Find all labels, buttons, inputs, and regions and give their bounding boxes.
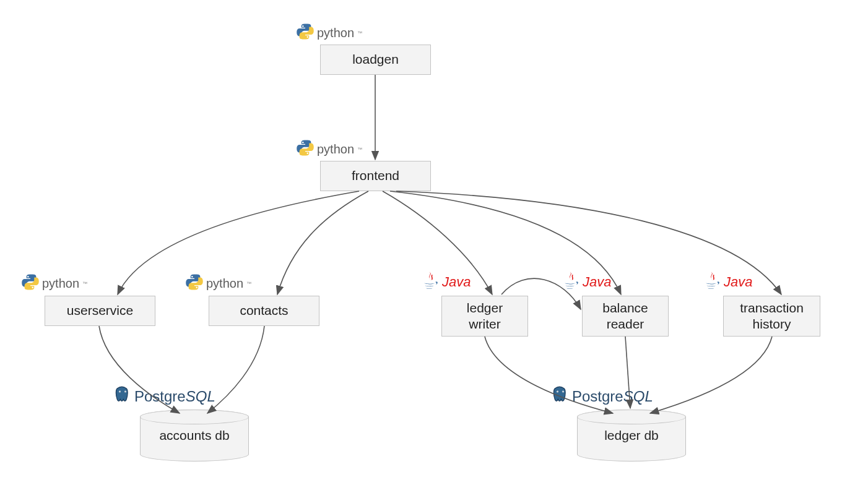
python-label-userservice: python™ [21, 273, 87, 294]
java-label-transaction-history: Java [703, 270, 752, 294]
java-label-balance-reader: Java [562, 270, 611, 294]
tech-text: python [317, 26, 354, 40]
node-label: ledger writer [467, 300, 503, 333]
diagram-arrows [0, 0, 868, 498]
node-label: userservice [67, 303, 133, 319]
node-label: balance reader [602, 300, 648, 333]
java-icon [703, 270, 721, 294]
tech-text: python [206, 277, 243, 291]
python-icon [296, 22, 315, 44]
tech-text: Java [724, 274, 752, 290]
node-contacts: contacts [209, 296, 319, 326]
tech-text: python [317, 142, 354, 157]
tech-text: Java [583, 274, 611, 290]
node-label: contacts [240, 303, 288, 319]
python-icon [185, 273, 204, 294]
node-ledger-writer: ledger writer [441, 296, 528, 337]
tech-text-suf: SQL [623, 388, 653, 405]
java-icon [562, 270, 580, 294]
node-balance-reader: balance reader [582, 296, 669, 337]
db-accounts: accounts db [140, 410, 249, 462]
node-frontend: frontend [320, 161, 431, 191]
java-label-ledger-writer: Java [421, 270, 471, 294]
postgresql-icon [551, 385, 570, 408]
tech-text: Java [442, 274, 471, 290]
tech-text-pre: Postgre [572, 388, 623, 405]
python-label-loadgen: python™ [296, 22, 362, 44]
db-label: ledger db [604, 428, 659, 443]
tech-text-pre: Postgre [134, 388, 186, 405]
python-icon [21, 273, 40, 294]
db-label: accounts db [159, 428, 229, 443]
postgresql-label-ledger: PostgreSQL [551, 385, 653, 408]
tech-text: python [42, 277, 79, 291]
python-icon [296, 139, 315, 160]
node-transaction-history: transaction history [723, 296, 820, 337]
node-label: transaction history [740, 300, 804, 333]
node-userservice: userservice [45, 296, 155, 326]
node-loadgen: loadgen [320, 45, 431, 75]
db-ledger: ledger db [577, 410, 686, 462]
postgresql-icon [113, 385, 132, 408]
python-label-contacts: python™ [185, 273, 251, 294]
postgresql-label-accounts: PostgreSQL [113, 385, 215, 408]
java-icon [421, 270, 440, 294]
python-label-frontend: python™ [296, 139, 362, 160]
node-label: frontend [352, 168, 399, 184]
node-label: loadgen [352, 51, 399, 67]
tech-text-suf: SQL [186, 388, 215, 405]
